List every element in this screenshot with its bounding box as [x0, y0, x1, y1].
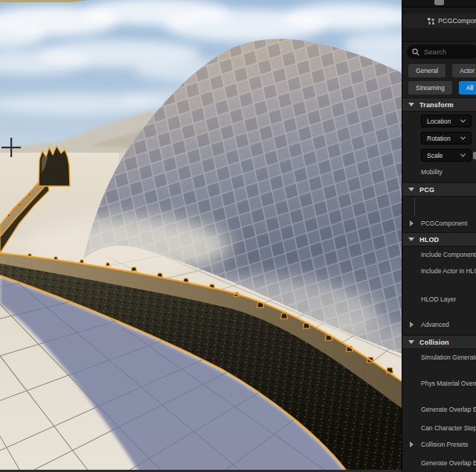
section-transform[interactable]: Transform — [402, 98, 476, 112]
triangle-down-icon — [408, 103, 414, 106]
section-pcg[interactable]: PCG — [402, 182, 476, 197]
rotation-label: Rotation — [427, 135, 461, 142]
search-input[interactable] — [422, 47, 470, 57]
filter-streaming-button[interactable]: Streaming — [408, 81, 452, 95]
filter-row-2: Streaming All — [408, 81, 476, 95]
section-collision[interactable]: Collision — [402, 335, 476, 349]
component-tree-row[interactable]: PCGComponent — [402, 13, 476, 28]
panel-top-strip — [402, 0, 476, 7]
section-title: Collision — [419, 339, 449, 346]
include-component-row[interactable]: Include Component in HLOD — [402, 249, 476, 261]
filter-all-button[interactable]: All — [459, 81, 476, 95]
scale-label: Scale — [427, 152, 461, 159]
filter-actor-button[interactable]: Actor — [452, 64, 476, 77]
triangle-down-icon — [408, 237, 414, 241]
triangle-right-icon[interactable] — [410, 220, 414, 226]
filter-general-button[interactable]: General — [408, 64, 446, 77]
can-character-step-row[interactable]: Can Character Step Up On — [402, 422, 476, 434]
chevron-down-icon — [460, 118, 466, 123]
can-character-step-label: Can Character Step Up On — [421, 424, 476, 432]
section-hlod[interactable]: HLOD — [402, 232, 476, 246]
pcg-component-label: PCGComponent — [421, 220, 467, 227]
triangle-down-icon — [408, 340, 414, 344]
collision-presets-label: Collision Presets — [421, 441, 468, 448]
lock-icon-partial[interactable] — [473, 152, 476, 159]
mobility-label: Mobility — [421, 168, 443, 176]
filter-row-1: General Actor — [408, 64, 476, 77]
phys-material-row[interactable]: Phys Material Override — [402, 377, 476, 389]
location-dropdown[interactable]: Location — [421, 115, 472, 127]
location-label: Location — [427, 118, 461, 125]
section-title: HLOD — [419, 236, 439, 243]
include-actor-row[interactable]: Include Actor in HLOD — [402, 265, 476, 277]
details-panel: PCGComponent General Actor Streaming All… — [402, 0, 476, 472]
scale-dropdown[interactable]: Scale — [421, 149, 472, 162]
include-component-label: Include Component in HLOD — [421, 251, 476, 258]
generate-overlap-row-2[interactable]: Generate Overlap Events — [402, 457, 476, 469]
mobility-row[interactable]: Mobility — [402, 166, 476, 178]
component-tree-area: PCGComponent — [402, 8, 476, 42]
search-bar[interactable] — [407, 45, 476, 59]
triangle-right-icon[interactable] — [410, 441, 414, 447]
unreal-editor-window: PCGComponent General Actor Streaming All… — [0, 0, 476, 472]
hlod-layer-row[interactable]: HLOD Layer — [402, 293, 476, 305]
chevron-down-icon — [460, 152, 466, 157]
triangle-down-icon — [408, 188, 414, 191]
section-title: PCG — [419, 186, 434, 194]
rotation-dropdown[interactable]: Rotation — [421, 132, 472, 144]
triangle-right-icon[interactable] — [410, 322, 414, 328]
simulation-generates-row[interactable]: Simulation Generates Hit Events — [402, 351, 476, 363]
advanced-row[interactable]: Advanced — [402, 319, 476, 331]
search-icon — [412, 48, 419, 56]
include-actor-label: Include Actor in HLOD — [421, 267, 476, 275]
indent-guide — [414, 198, 415, 215]
viewport-3d[interactable] — [0, 0, 402, 472]
phys-material-label: Phys Material Override — [421, 380, 476, 387]
section-title: Transform — [419, 101, 454, 109]
tab-icon[interactable] — [434, 0, 444, 5]
collision-presets-row[interactable]: Collision Presets — [402, 438, 476, 450]
viewport-scene — [0, 0, 402, 472]
generate-overlap-row[interactable]: Generate Overlap Events — [402, 404, 476, 415]
generate-overlap-label: Generate Overlap Events — [421, 406, 476, 413]
pcg-component-icon — [427, 17, 435, 25]
generate-overlap-label-2: Generate Overlap Events — [421, 459, 476, 467]
pcg-component-row[interactable]: PCGComponent — [402, 217, 476, 229]
chevron-down-icon — [460, 135, 466, 140]
component-label: PCGComponent — [438, 17, 476, 25]
advanced-label: Advanced — [421, 321, 449, 328]
hlod-layer-label: HLOD Layer — [421, 296, 456, 303]
simulation-generates-label: Simulation Generates Hit Events — [421, 354, 476, 361]
